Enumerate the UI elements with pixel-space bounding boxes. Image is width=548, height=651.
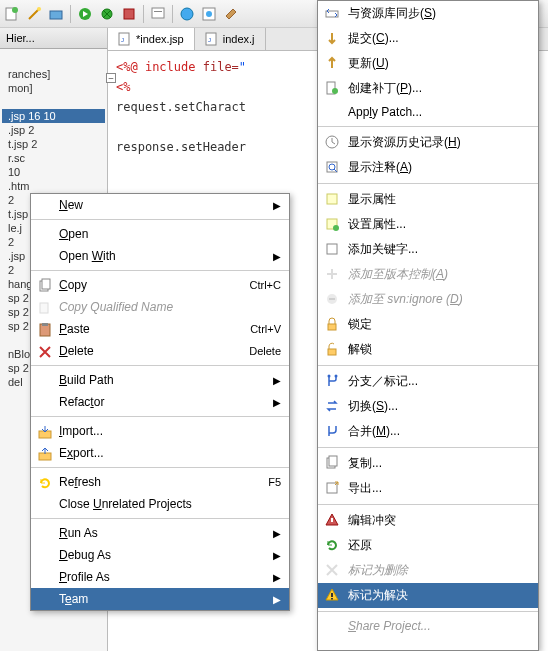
tb-paint-icon[interactable] <box>223 6 239 22</box>
context-menu-item[interactable]: Build Path▶ <box>31 369 289 391</box>
cp-icon <box>324 455 340 471</box>
team-submenu-item[interactable]: 合并(M)... <box>318 419 538 444</box>
team-submenu-item[interactable]: 编辑冲突 <box>318 508 538 533</box>
context-menu-item[interactable]: Team▶ <box>31 588 289 610</box>
menu-label: 标记为解决 <box>348 587 408 604</box>
team-submenu-item[interactable]: 切换(S)... <box>318 394 538 419</box>
tb-wizard-icon[interactable] <box>26 6 42 22</box>
context-menu-item[interactable]: Open With▶ <box>31 245 289 267</box>
menu-shortcut: F5 <box>268 476 281 488</box>
tree-item[interactable] <box>2 53 105 67</box>
context-menu-item[interactable]: Refactor▶ <box>31 391 289 413</box>
tb-run-icon[interactable] <box>77 6 93 22</box>
team-submenu-item[interactable]: 显示注释(A) <box>318 155 538 180</box>
menu-separator <box>31 219 289 220</box>
context-menu-item[interactable]: Export... <box>31 442 289 464</box>
branch-icon <box>324 373 340 389</box>
tb-box-icon[interactable] <box>48 6 64 22</box>
menu-label: 复制... <box>348 455 382 472</box>
svg-point-31 <box>333 225 339 231</box>
svg-text:J: J <box>208 37 211 43</box>
tb-separator <box>172 5 173 23</box>
submenu-arrow-icon: ▶ <box>273 375 281 386</box>
submenu-arrow-icon: ▶ <box>273 528 281 539</box>
team-submenu-item[interactable]: 复制... <box>318 451 538 476</box>
tree-item[interactable]: ranches] <box>2 67 105 81</box>
svg-rect-6 <box>124 9 134 19</box>
team-submenu-item[interactable]: 设置属性... <box>318 212 538 237</box>
menu-label: Team <box>59 592 88 606</box>
submenu-arrow-icon: ▶ <box>273 572 281 583</box>
panel-tab-hier[interactable]: Hier... <box>0 28 107 49</box>
context-menu-item[interactable]: PasteCtrl+V <box>31 318 289 340</box>
team-submenu-item[interactable]: Apply Patch... <box>318 101 538 123</box>
menu-separator <box>31 365 289 366</box>
svg-rect-8 <box>154 11 162 12</box>
context-menu-item[interactable]: Profile As▶ <box>31 566 289 588</box>
menu-label: Refactor <box>59 395 104 409</box>
team-submenu-item[interactable]: 与资源库同步(S) <box>318 1 538 26</box>
context-menu-item[interactable]: Run As▶ <box>31 522 289 544</box>
team-submenu-item[interactable]: 还原 <box>318 533 538 558</box>
tree-item[interactable]: .htm <box>2 179 105 193</box>
context-menu-item[interactable]: Open <box>31 223 289 245</box>
submenu-arrow-icon: ▶ <box>273 397 281 408</box>
team-submenu-item: 添加至 svn:ignore (D) <box>318 287 538 312</box>
menu-label: 标记为删除 <box>348 562 408 579</box>
refresh-icon <box>37 475 53 491</box>
context-menu-item[interactable]: DeleteDelete <box>31 340 289 362</box>
context-menu-item[interactable]: RefreshF5 <box>31 471 289 493</box>
team-submenu-item[interactable]: 更新(U) <box>318 51 538 76</box>
team-submenu-item[interactable]: 锁定 <box>318 312 538 337</box>
history-icon <box>324 134 340 150</box>
context-menu-item[interactable]: New▶ <box>31 194 289 216</box>
context-menu-item[interactable]: CopyCtrl+C <box>31 274 289 296</box>
tree-item[interactable]: r.sc <box>2 151 105 165</box>
tb-globe-icon[interactable] <box>179 6 195 22</box>
team-submenu-item: Share Project... <box>318 615 538 637</box>
submenu-arrow-icon: ▶ <box>273 594 281 605</box>
team-submenu-item[interactable]: 提交(C)... <box>318 26 538 51</box>
tree-item[interactable]: .jsp 16 10 <box>2 109 105 123</box>
context-menu-item[interactable]: Close Unrelated Projects <box>31 493 289 515</box>
editor-tab[interactable]: J*index.jsp <box>108 28 195 50</box>
menu-label: 更新(U) <box>348 55 389 72</box>
tree-item[interactable]: mon] <box>2 81 105 95</box>
editor-tab[interactable]: Jindex.j <box>195 28 266 50</box>
context-menu-item[interactable]: Import... <box>31 420 289 442</box>
tree-item[interactable] <box>2 95 105 109</box>
menu-shortcut: Ctrl+V <box>250 323 281 335</box>
tree-item[interactable]: 10 <box>2 165 105 179</box>
team-submenu-item[interactable]: 显示资源历史记录(H) <box>318 130 538 155</box>
team-submenu-item[interactable]: 导出... <box>318 476 538 501</box>
menu-label: 解锁 <box>348 341 372 358</box>
tb-search-icon[interactable] <box>150 6 166 22</box>
menu-label: 添加关键字... <box>348 241 418 258</box>
svg-point-25 <box>332 88 338 94</box>
commit-icon <box>324 30 340 46</box>
menu-label: 添加至版本控制(A) <box>348 266 448 283</box>
tb-external-icon[interactable] <box>121 6 137 22</box>
tb-browser-icon[interactable] <box>201 6 217 22</box>
svg-rect-35 <box>328 324 336 330</box>
team-submenu-item[interactable]: 显示属性 <box>318 187 538 212</box>
menu-label: New <box>59 198 83 212</box>
team-submenu-item[interactable]: 分支／标记... <box>318 369 538 394</box>
context-menu-item[interactable]: Debug As▶ <box>31 544 289 566</box>
team-submenu-item[interactable]: 创建补丁(P)... <box>318 76 538 101</box>
svg-point-11 <box>206 11 212 17</box>
menu-label: 创建补丁(P)... <box>348 80 422 97</box>
tree-item[interactable]: t.jsp 2 <box>2 137 105 151</box>
tree-item[interactable]: .jsp 2 <box>2 123 105 137</box>
lock-icon <box>324 316 340 332</box>
tb-new-icon[interactable] <box>4 6 20 22</box>
menu-label: Paste <box>59 322 90 336</box>
team-submenu: 与资源库同步(S)提交(C)...更新(U)创建补丁(P)...Apply Pa… <box>317 0 539 651</box>
svg-point-1 <box>12 7 18 13</box>
team-submenu-item[interactable]: 解锁 <box>318 337 538 362</box>
team-submenu-item[interactable]: 添加关键字... <box>318 237 538 262</box>
menu-label: 还原 <box>348 537 372 554</box>
tb-debug-icon[interactable] <box>99 6 115 22</box>
team-submenu-item[interactable]: 标记为解决 <box>318 583 538 608</box>
fold-toggle-icon[interactable]: − <box>106 73 116 83</box>
